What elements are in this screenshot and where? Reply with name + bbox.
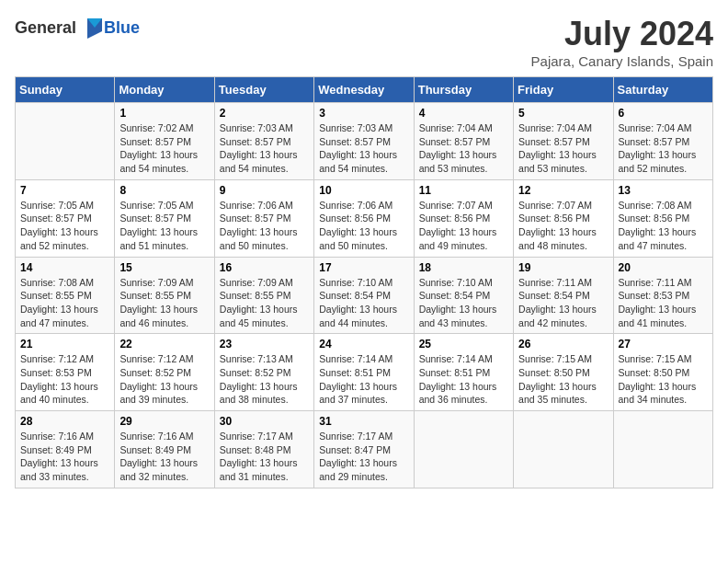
calendar-cell: 19Sunrise: 7:11 AMSunset: 8:54 PMDayligh… [514, 257, 613, 334]
day-number: 7 [20, 184, 109, 197]
day-number: 12 [518, 184, 608, 197]
day-info: Sunrise: 7:15 AMSunset: 8:50 PMDaylight:… [619, 352, 708, 407]
day-info: Sunrise: 7:17 AMSunset: 8:47 PMDaylight:… [319, 430, 408, 484]
day-info: Sunrise: 7:04 AMSunset: 8:57 PMDaylight:… [619, 121, 708, 176]
logo-general: General [15, 18, 76, 38]
calendar-cell: 26Sunrise: 7:15 AMSunset: 8:50 PMDayligh… [514, 334, 613, 411]
main-title: July 2024 [531, 15, 713, 53]
day-info: Sunrise: 7:02 AMSunset: 8:57 PMDaylight:… [119, 121, 209, 176]
day-info: Sunrise: 7:17 AMSunset: 8:48 PMDaylight:… [220, 430, 309, 484]
calendar-cell: 22Sunrise: 7:12 AMSunset: 8:52 PMDayligh… [115, 334, 214, 411]
calendar-cell: 28Sunrise: 7:16 AMSunset: 8:49 PMDayligh… [16, 411, 115, 488]
calendar-cell: 15Sunrise: 7:09 AMSunset: 8:55 PMDayligh… [115, 257, 214, 334]
calendar-cell: 12Sunrise: 7:07 AMSunset: 8:56 PMDayligh… [514, 179, 613, 257]
subtitle: Pajara, Canary Islands, Spain [531, 53, 713, 69]
calendar-cell: 27Sunrise: 7:15 AMSunset: 8:50 PMDayligh… [613, 334, 712, 411]
day-info: Sunrise: 7:08 AMSunset: 8:56 PMDaylight:… [619, 199, 708, 253]
logo-blue: Blue [104, 18, 140, 38]
logo-icon [78, 15, 104, 40]
column-header-friday: Friday [514, 77, 613, 103]
day-number: 17 [319, 261, 408, 274]
title-area: July 2024 Pajara, Canary Islands, Spain [531, 15, 713, 69]
calendar-table: SundayMondayTuesdayWednesdayThursdayFrid… [15, 76, 713, 488]
day-info: Sunrise: 7:03 AMSunset: 8:57 PMDaylight:… [319, 121, 408, 176]
day-info: Sunrise: 7:05 AMSunset: 8:57 PMDaylight:… [119, 199, 209, 253]
day-info: Sunrise: 7:08 AMSunset: 8:55 PMDaylight:… [20, 276, 109, 330]
column-header-wednesday: Wednesday [314, 77, 414, 103]
calendar-cell: 6Sunrise: 7:04 AMSunset: 8:57 PMDaylight… [613, 103, 712, 180]
day-info: Sunrise: 7:13 AMSunset: 8:52 PMDaylight:… [220, 352, 309, 407]
calendar-cell: 14Sunrise: 7:08 AMSunset: 8:55 PMDayligh… [16, 257, 115, 334]
day-info: Sunrise: 7:05 AMSunset: 8:57 PMDaylight:… [20, 199, 109, 253]
day-info: Sunrise: 7:16 AMSunset: 8:49 PMDaylight:… [119, 430, 209, 484]
calendar-cell: 18Sunrise: 7:10 AMSunset: 8:54 PMDayligh… [414, 257, 513, 334]
calendar-cell: 7Sunrise: 7:05 AMSunset: 8:57 PMDaylight… [16, 179, 115, 257]
day-info: Sunrise: 7:11 AMSunset: 8:54 PMDaylight:… [518, 276, 608, 330]
day-number: 25 [419, 338, 508, 350]
column-header-sunday: Sunday [16, 77, 115, 103]
column-header-thursday: Thursday [414, 77, 513, 103]
day-number: 1 [119, 107, 209, 120]
day-number: 29 [119, 415, 209, 428]
calendar-cell: 17Sunrise: 7:10 AMSunset: 8:54 PMDayligh… [314, 257, 414, 334]
day-number: 24 [319, 338, 408, 350]
calendar-cell: 23Sunrise: 7:13 AMSunset: 8:52 PMDayligh… [214, 334, 313, 411]
calendar-cell: 9Sunrise: 7:06 AMSunset: 8:57 PMDaylight… [214, 179, 313, 257]
calendar-cell: 4Sunrise: 7:04 AMSunset: 8:57 PMDaylight… [414, 103, 513, 180]
column-header-monday: Monday [115, 77, 214, 103]
day-info: Sunrise: 7:16 AMSunset: 8:49 PMDaylight:… [20, 430, 109, 484]
calendar-cell: 29Sunrise: 7:16 AMSunset: 8:49 PMDayligh… [115, 411, 214, 488]
header: General Blue July 2024 Pajara, Canary Is… [15, 15, 713, 69]
day-number: 9 [220, 184, 309, 197]
day-info: Sunrise: 7:06 AMSunset: 8:57 PMDaylight:… [220, 199, 309, 253]
day-number: 11 [419, 184, 508, 197]
day-info: Sunrise: 7:04 AMSunset: 8:57 PMDaylight:… [419, 121, 508, 176]
day-number: 21 [20, 338, 109, 350]
calendar-cell: 21Sunrise: 7:12 AMSunset: 8:53 PMDayligh… [16, 334, 115, 411]
calendar-cell: 24Sunrise: 7:14 AMSunset: 8:51 PMDayligh… [314, 334, 414, 411]
day-number: 30 [220, 415, 309, 428]
day-info: Sunrise: 7:10 AMSunset: 8:54 PMDaylight:… [319, 276, 408, 330]
day-number: 5 [518, 107, 608, 120]
day-number: 2 [220, 107, 309, 120]
day-info: Sunrise: 7:12 AMSunset: 8:52 PMDaylight:… [119, 352, 209, 407]
calendar-cell: 30Sunrise: 7:17 AMSunset: 8:48 PMDayligh… [214, 411, 313, 488]
day-number: 31 [319, 415, 408, 428]
day-number: 8 [119, 184, 209, 197]
day-number: 10 [319, 184, 408, 197]
day-number: 14 [20, 261, 109, 274]
day-info: Sunrise: 7:14 AMSunset: 8:51 PMDaylight:… [419, 352, 508, 407]
calendar-cell: 2Sunrise: 7:03 AMSunset: 8:57 PMDaylight… [214, 103, 313, 180]
day-info: Sunrise: 7:09 AMSunset: 8:55 PMDaylight:… [119, 276, 209, 330]
day-info: Sunrise: 7:09 AMSunset: 8:55 PMDaylight:… [220, 276, 309, 330]
day-number: 23 [220, 338, 309, 350]
column-header-saturday: Saturday [613, 77, 712, 103]
column-header-tuesday: Tuesday [214, 77, 313, 103]
day-info: Sunrise: 7:12 AMSunset: 8:53 PMDaylight:… [20, 352, 109, 407]
calendar-cell: 5Sunrise: 7:04 AMSunset: 8:57 PMDaylight… [514, 103, 613, 180]
day-number: 20 [619, 261, 708, 274]
day-number: 28 [20, 415, 109, 428]
day-number: 15 [119, 261, 209, 274]
day-number: 3 [319, 107, 408, 120]
calendar-cell: 11Sunrise: 7:07 AMSunset: 8:56 PMDayligh… [414, 179, 513, 257]
calendar-cell: 25Sunrise: 7:14 AMSunset: 8:51 PMDayligh… [414, 334, 513, 411]
calendar-cell [16, 103, 115, 180]
day-number: 16 [220, 261, 309, 274]
day-number: 26 [518, 338, 608, 350]
calendar-cell [613, 411, 712, 488]
calendar-cell: 1Sunrise: 7:02 AMSunset: 8:57 PMDaylight… [115, 103, 214, 180]
day-info: Sunrise: 7:14 AMSunset: 8:51 PMDaylight:… [319, 352, 408, 407]
calendar-cell: 10Sunrise: 7:06 AMSunset: 8:56 PMDayligh… [314, 179, 414, 257]
day-number: 18 [419, 261, 508, 274]
calendar-cell: 8Sunrise: 7:05 AMSunset: 8:57 PMDaylight… [115, 179, 214, 257]
day-number: 27 [619, 338, 708, 350]
day-number: 13 [619, 184, 708, 197]
calendar-cell: 16Sunrise: 7:09 AMSunset: 8:55 PMDayligh… [214, 257, 313, 334]
logo: General Blue [15, 15, 140, 40]
day-info: Sunrise: 7:07 AMSunset: 8:56 PMDaylight:… [518, 199, 608, 253]
calendar-cell: 31Sunrise: 7:17 AMSunset: 8:47 PMDayligh… [314, 411, 414, 488]
day-info: Sunrise: 7:10 AMSunset: 8:54 PMDaylight:… [419, 276, 508, 330]
day-info: Sunrise: 7:11 AMSunset: 8:53 PMDaylight:… [619, 276, 708, 330]
calendar-cell [414, 411, 513, 488]
